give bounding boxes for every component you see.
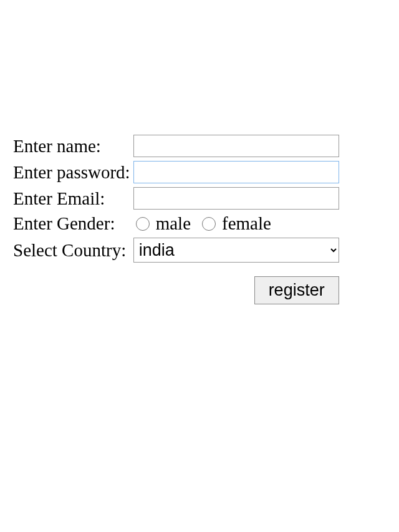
registration-form: Enter name: Enter password: Enter Email:… bbox=[0, 0, 399, 308]
password-label: Enter password: bbox=[13, 161, 132, 183]
gender-male-radio[interactable] bbox=[136, 217, 150, 231]
gender-male-label: male bbox=[156, 213, 191, 234]
gender-female-radio[interactable] bbox=[202, 217, 216, 231]
submit-row: register bbox=[13, 266, 339, 304]
country-row: Select Country: india bbox=[13, 238, 339, 263]
form-table: Enter name: Enter password: Enter Email:… bbox=[11, 131, 341, 308]
email-row: Enter Email: bbox=[13, 187, 339, 210]
email-input[interactable] bbox=[133, 187, 339, 210]
name-row: Enter name: bbox=[13, 135, 339, 157]
name-input[interactable] bbox=[133, 135, 339, 157]
password-row: Enter password: bbox=[13, 161, 339, 183]
password-input[interactable] bbox=[133, 161, 339, 183]
country-label: Select Country: bbox=[13, 238, 132, 263]
email-label: Enter Email: bbox=[13, 187, 132, 210]
register-button[interactable]: register bbox=[254, 276, 339, 304]
country-select[interactable]: india bbox=[133, 238, 339, 263]
name-label: Enter name: bbox=[13, 135, 132, 157]
gender-label: Enter Gender: bbox=[13, 213, 132, 234]
gender-female-label: female bbox=[222, 213, 271, 234]
gender-row: Enter Gender: male female bbox=[13, 213, 339, 234]
gender-radio-group: male female bbox=[133, 213, 339, 234]
